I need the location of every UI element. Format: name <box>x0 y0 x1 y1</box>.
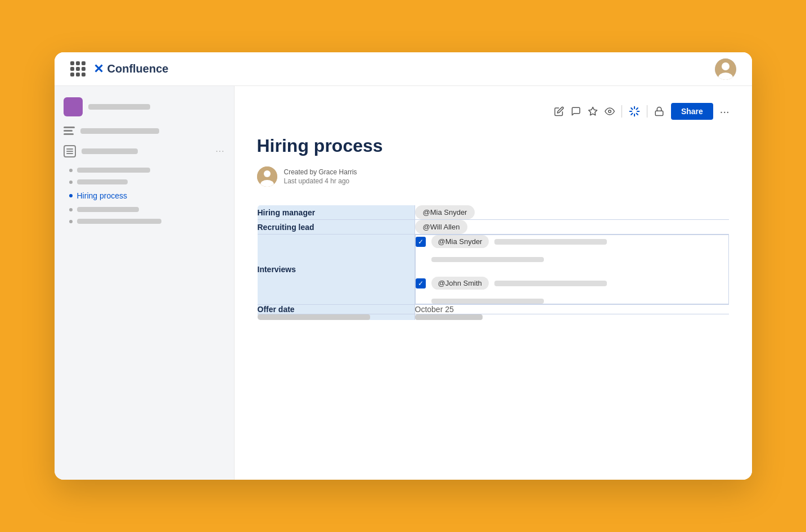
interview-subbar-2 <box>431 299 544 304</box>
edit-icon[interactable] <box>554 106 564 116</box>
watch-icon[interactable] <box>605 106 615 116</box>
nav-dot <box>69 208 73 211</box>
table-row-placeholder <box>257 314 729 321</box>
svg-point-4 <box>609 110 611 113</box>
value-placeholder <box>415 314 729 321</box>
info-table: Hiring manager @Mia Snyder Recruiting le… <box>257 205 730 321</box>
value-recruiting-lead: @Will Allen <box>415 220 729 235</box>
nav-item-text <box>77 179 128 184</box>
main-area: ··· Hiring process <box>55 86 752 480</box>
toolbar: Share ··· <box>257 103 730 120</box>
user-avatar[interactable] <box>715 58 736 80</box>
label-placeholder <box>257 314 415 321</box>
page-content: Share ··· Hiring process Created by Grac… <box>235 86 752 480</box>
table-row-recruiting-lead: Recruiting lead @Will Allen <box>257 220 729 235</box>
page-title: Hiring process <box>257 136 730 156</box>
app-window: ✕ Confluence <box>55 52 752 480</box>
svg-marker-3 <box>588 107 597 115</box>
more-options-icon[interactable]: ··· <box>720 105 730 118</box>
interview-subbar-1 <box>431 257 544 262</box>
value-hiring-manager: @Mia Snyder <box>415 205 729 220</box>
nav-dot <box>69 169 73 172</box>
svg-rect-5 <box>655 111 663 115</box>
label-offer-date: Offer date <box>257 305 415 314</box>
sidebar-lines-item[interactable] <box>64 127 225 135</box>
checkbox-john[interactable] <box>416 278 426 288</box>
svg-point-7 <box>264 170 271 177</box>
interview-bar-1 <box>494 239 607 245</box>
nav-item[interactable] <box>69 168 225 173</box>
author-row: Created by Grace Harris Last updated 4 h… <box>257 166 730 187</box>
table-row-interviews: Interviews @Mia Snyder <box>257 235 729 305</box>
logo-icon: ✕ <box>93 62 103 76</box>
nav-dot <box>69 181 73 184</box>
placeholder-value-bar <box>415 314 483 320</box>
interview-bar-2 <box>494 281 607 286</box>
nav-item-text <box>77 168 150 173</box>
placeholder-label-bar <box>258 314 370 320</box>
nav-dot-active <box>69 194 73 197</box>
value-interviews: @Mia Snyder @John Smith <box>415 235 729 304</box>
toolbar-divider2 <box>647 105 647 118</box>
last-updated: Last updated 4 hr ago <box>284 177 357 185</box>
nav-item[interactable] <box>69 207 225 212</box>
sidebar-top-item[interactable] <box>64 97 225 116</box>
checkbox-mia[interactable] <box>416 237 426 247</box>
sidebar-item-label <box>80 128 159 134</box>
interview-item-2: @John Smith <box>416 277 728 290</box>
table-row-hiring-manager: Hiring manager @Mia Snyder <box>257 205 729 220</box>
comment-icon[interactable] <box>571 106 581 116</box>
grid-icon[interactable] <box>70 61 85 76</box>
interview-item-1: @Mia Snyder <box>416 235 728 248</box>
tag-mia-snyder[interactable]: @Mia Snyder <box>415 205 475 219</box>
topnav-left: ✕ Confluence <box>70 61 169 76</box>
nav-item-text <box>77 207 139 212</box>
sidebar-doc-item[interactable] <box>64 145 138 157</box>
author-avatar <box>257 166 277 187</box>
nav-link-hiring[interactable]: Hiring process <box>77 191 127 200</box>
star-icon[interactable] <box>588 106 598 116</box>
author-name: Created by Grace Harris <box>284 168 357 176</box>
tag-will-allen[interactable]: @Will Allen <box>415 220 468 234</box>
sidebar-more-icon[interactable]: ··· <box>215 146 224 156</box>
sidebar-doc-group: ··· <box>64 145 225 157</box>
nav-item[interactable] <box>69 179 225 184</box>
lock-icon[interactable] <box>654 106 664 116</box>
nav-item[interactable] <box>69 219 225 224</box>
table-row-offer-date: Offer date October 25 <box>257 305 729 314</box>
sidebar: ··· Hiring process <box>55 86 235 480</box>
author-info: Created by Grace Harris Last updated 4 h… <box>284 168 357 185</box>
tag-interview-john[interactable]: @John Smith <box>431 277 489 290</box>
nav-item-hiring-process[interactable]: Hiring process <box>69 191 225 200</box>
nav-list: Hiring process <box>69 168 225 224</box>
space-name <box>88 104 150 110</box>
app-title: Confluence <box>107 62 169 75</box>
value-offer-date: October 25 <box>415 305 729 314</box>
nav-item-text <box>77 219 161 224</box>
loading-icon[interactable] <box>629 106 640 117</box>
label-hiring-manager: Hiring manager <box>257 205 415 220</box>
share-button[interactable]: Share <box>671 103 713 120</box>
doc-icon <box>64 145 76 157</box>
lines-icon <box>64 127 75 135</box>
tag-interview-mia[interactable]: @Mia Snyder <box>431 235 489 248</box>
logo: ✕ Confluence <box>93 62 169 76</box>
sidebar-doc-label <box>82 148 138 154</box>
toolbar-divider <box>622 105 622 118</box>
space-icon <box>64 97 83 116</box>
label-interviews: Interviews <box>257 235 415 305</box>
svg-point-1 <box>722 62 730 70</box>
topnav: ✕ Confluence <box>55 52 752 86</box>
nav-dot <box>69 220 73 223</box>
label-recruiting-lead: Recruiting lead <box>257 220 415 235</box>
